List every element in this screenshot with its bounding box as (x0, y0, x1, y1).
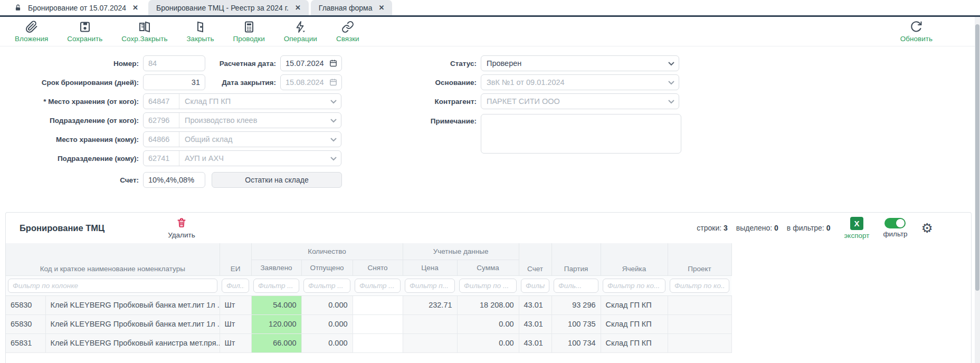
cell-price[interactable] (403, 333, 457, 352)
cell-cell[interactable]: Склад ГП КП (601, 295, 668, 314)
close-button[interactable]: Закрыть (186, 21, 214, 43)
export-button[interactable]: X экспорт (844, 217, 869, 240)
calculator-icon (243, 21, 255, 33)
cell-code[interactable]: 65831 (6, 333, 45, 352)
status-select[interactable]: Проверен (481, 55, 679, 71)
cell-unit[interactable]: Шт (220, 295, 251, 314)
calendar-icon[interactable] (329, 78, 338, 89)
number-input[interactable] (143, 55, 205, 71)
vertical-scrollbar[interactable] (975, 17, 980, 363)
group-header-quantity: Количество (251, 243, 403, 260)
cell-removed[interactable] (353, 314, 403, 333)
cell-unit[interactable]: Шт (220, 333, 251, 352)
filter-input-batch[interactable] (554, 279, 598, 293)
cell-removed[interactable] (353, 295, 403, 314)
column-header-sum[interactable]: Сумма (457, 260, 519, 275)
cell-batch[interactable]: 100 735 (551, 314, 601, 333)
cell-account[interactable]: 43.01 (519, 295, 551, 314)
cell-released[interactable]: 0.000 (301, 295, 353, 314)
filter-input-sum[interactable] (459, 279, 517, 293)
cell-batch[interactable]: 93 296 (551, 295, 601, 314)
cell-cell[interactable]: Склад ГП КП (601, 333, 668, 352)
operations-button[interactable]: Операции (284, 21, 317, 43)
tab-registry[interactable]: Бронирование ТМЦ - Реестр за 2024 г. ✕ (148, 0, 309, 15)
filter-input-project[interactable] (670, 279, 729, 293)
attachments-button[interactable]: Вложения (15, 21, 48, 43)
account-input[interactable] (143, 172, 205, 188)
cell-price[interactable]: 232.71 (403, 295, 457, 314)
note-textarea[interactable] (481, 114, 681, 154)
reserve-days-input[interactable] (143, 74, 205, 90)
table-row[interactable]: 65830 Клей KLEYBERG Пробковый банка мет.… (6, 314, 731, 333)
save-button[interactable]: Сохранить (67, 21, 102, 43)
filter-input-cell[interactable] (603, 279, 665, 293)
delete-button[interactable]: Удалить (168, 217, 195, 239)
cell-code[interactable]: 65830 (6, 314, 45, 333)
column-header-price[interactable]: Цена (403, 260, 457, 275)
cell-sum[interactable]: 18 208.00 (457, 295, 519, 314)
column-header-released[interactable]: Отпущено (301, 260, 353, 275)
cell-code[interactable]: 65830 (6, 295, 45, 314)
cell-price[interactable] (403, 314, 457, 333)
table-row[interactable]: 65830 Клей KLEYBERG Пробковый банка мет.… (6, 295, 731, 314)
column-header-requested[interactable]: Заявлено (251, 260, 301, 275)
cell-cell[interactable]: Склад ГП КП (601, 314, 668, 333)
column-header-removed[interactable]: Снято (353, 260, 403, 275)
cell-requested[interactable]: 120.000 (251, 314, 301, 333)
cell-name[interactable]: Клей KLEYBERG Пробковый банка мет.лит 1л… (45, 314, 220, 333)
calendar-icon[interactable] (329, 59, 338, 70)
filter-input-account[interactable] (521, 279, 549, 293)
counterparty-select[interactable]: ПАРКЕТ СИТИ ООО (481, 93, 679, 109)
scrollbar-thumb[interactable] (975, 24, 979, 291)
cell-requested[interactable]: 54.000 (251, 295, 301, 314)
paperclip-icon (25, 21, 38, 33)
cell-sum[interactable]: 0.00 (457, 314, 519, 333)
cell-unit[interactable]: Шт (220, 314, 251, 333)
basis-select[interactable]: ЗвК №1 от 09.01.2024 (481, 74, 679, 90)
column-header-project[interactable]: Проект (668, 243, 731, 275)
postings-button[interactable]: Проводки (233, 21, 264, 43)
filter-input-unit[interactable] (222, 279, 249, 293)
refresh-button[interactable]: Обновить (900, 21, 933, 43)
cell-account[interactable]: 43.01 (519, 333, 551, 352)
storage-from-lookup[interactable]: 64847 Склад ГП КП (143, 93, 341, 109)
filter-input-released[interactable] (303, 279, 350, 293)
column-header-cell[interactable]: Ячейка (601, 243, 668, 275)
cell-sum[interactable]: 0.00 (457, 333, 519, 352)
cell-released[interactable]: 0.000 (301, 314, 353, 333)
cell-name[interactable]: Клей KLEYBERG Пробковый канистра мет.пря… (45, 333, 220, 352)
close-icon[interactable]: ✕ (132, 4, 138, 12)
stock-balance-button[interactable]: Остатки на складе (212, 172, 342, 188)
filter-input-price[interactable] (405, 279, 455, 293)
column-header-name[interactable]: Код и краткое наименование номенклатуры (6, 243, 220, 275)
tab-booking-document[interactable]: Бронирование от 15.07.2024 ✕ (6, 0, 146, 15)
filter-input-name[interactable] (8, 279, 217, 293)
filter-input-removed[interactable] (355, 279, 401, 293)
cell-project[interactable] (668, 314, 731, 333)
cell-project[interactable] (668, 333, 731, 352)
cell-account[interactable]: 43.01 (519, 314, 551, 333)
tab-main-form[interactable]: Главная форма ✕ (311, 0, 393, 15)
link-icon (341, 21, 354, 33)
division-to-lookup[interactable]: 62741 АУП и АХЧ (143, 150, 341, 166)
table-row[interactable]: 65831 Клей KLEYBERG Пробковый канистра м… (6, 333, 731, 352)
close-icon[interactable]: ✕ (379, 4, 385, 12)
division-from-lookup[interactable]: 62796 Производство клеев (143, 112, 341, 128)
filter-toggle[interactable]: фильтр (883, 218, 907, 238)
filter-input-requested[interactable] (253, 279, 299, 293)
column-header-account[interactable]: Счет (519, 243, 551, 275)
cell-removed[interactable] (353, 333, 403, 352)
cell-batch[interactable]: 100 734 (551, 333, 601, 352)
links-button[interactable]: Связки (336, 21, 359, 43)
cell-released[interactable]: 0.000 (301, 333, 353, 352)
cell-requested[interactable]: 66.000 (251, 333, 301, 352)
column-header-unit[interactable]: ЕИ (220, 243, 251, 275)
save-close-button[interactable]: Сохр.Закрыть (121, 21, 167, 43)
filtered-count-label: в фильтре: (787, 224, 824, 232)
storage-to-lookup[interactable]: 64866 Общий склад (143, 131, 341, 147)
close-icon[interactable]: ✕ (295, 4, 301, 12)
cell-name[interactable]: Клей KLEYBERG Пробковый банка мет.лит 1л… (45, 295, 220, 314)
column-header-batch[interactable]: Партия (551, 243, 601, 275)
settings-button[interactable]: ⚙ (921, 222, 933, 235)
cell-project[interactable] (668, 295, 731, 314)
